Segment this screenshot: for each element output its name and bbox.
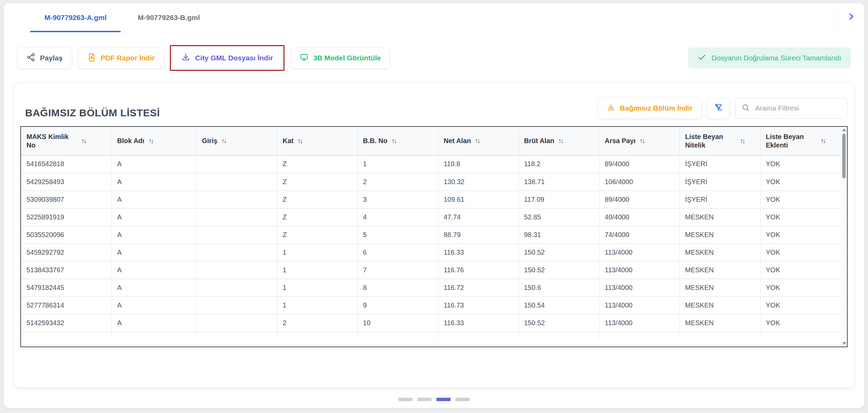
column-header[interactable]: Liste Beyan Eklenti↑↓ [760,127,848,155]
independent-section-panel: BAĞIMSIZ BÖLÜM LİSTESİ Bağımsız Bölüm İn… [14,83,854,388]
independent-section-table-wrap: MAKS Kimlik No↑↓Blok Adı↑↓Giriş↑↓Kat↑↓B.… [20,126,848,347]
table-vertical-scrollbar[interactable] [841,127,847,347]
table-cell [277,332,357,339]
search-icon [742,103,750,113]
table-cell: A [112,226,196,243]
table-cell [196,226,277,243]
table-cell: 116.76 [438,261,518,279]
pagination-bar[interactable] [398,398,413,401]
table-cell: 88.79 [438,226,518,243]
validation-status-badge: Dosyanın Doğrulama Süreci Tamamlandı [688,47,851,68]
table-cell: 150.52 [518,243,599,261]
table-row[interactable]: 5416542818AZ1110.8118.289/4000İŞYERİYOK [21,155,848,173]
table-cell: YOK [760,155,848,173]
chevron-right-icon [847,12,855,22]
table-cell: 1 [277,261,357,279]
pdf-report-download-button[interactable]: PDF Rapor İndir [78,47,164,68]
table-cell: A [112,191,196,208]
table-cell [196,279,277,296]
clear-filter-button[interactable] [707,98,730,119]
sort-icon[interactable]: ↑↓ [640,137,644,145]
table-cell: A [112,261,196,279]
table-cell: MESKEN [679,208,760,226]
column-header[interactable]: B.B. No↑↓ [357,127,438,155]
column-header[interactable]: Brüt Alan↑↓ [518,127,599,155]
column-header-label: Arsa Payı [605,137,636,145]
scrollbar-thumb[interactable] [842,134,846,178]
pagination-bar[interactable] [455,398,470,401]
table-row[interactable]: 5429258493AZ2130.32138.71106/4000İŞYERİY… [21,173,848,191]
table-cell: 116.33 [438,314,518,332]
table-cell: 113/4000 [599,243,679,261]
table-row[interactable]: 5225891919AZ447.7452.8540/4000MESKENYOK [21,208,848,226]
tab-label: M-90779263-B.gml [138,14,200,22]
table-cell: 113/4000 [599,279,679,296]
tabs-next-button[interactable] [837,3,864,32]
table-cell: 150.52 [518,314,599,332]
search-filter-box[interactable] [735,98,848,119]
view-3d-model-button[interactable]: 3B Model Görüntüle [291,47,390,68]
table-cell: A [112,296,196,314]
tab-bar: M-90779263-A.gml M-90779263-B.gml [4,3,864,32]
table-row[interactable]: 5277786314A19116.73150.54113/4000MESKENY… [21,296,848,314]
monitor-icon [300,53,309,63]
citygml-download-button[interactable]: City GML Dosyası İndir [172,47,282,68]
table-cell [599,332,679,339]
column-header[interactable]: Giriş↑↓ [196,127,277,155]
pagination-bar[interactable] [417,398,432,401]
sort-icon[interactable]: ↑↓ [149,137,153,145]
table-cell: 150.52 [518,261,599,279]
table-row[interactable]: 5142593432A210116.33150.52113/4000MESKEN… [21,314,848,332]
table-cell: 1 [277,243,357,261]
sort-icon[interactable]: ↑↓ [558,137,563,145]
table-cell: 5429258493 [21,173,112,191]
independent-section-download-button[interactable]: Bağımsız Bölüm İndir [598,98,702,119]
table-row[interactable]: 5138433767A17116.76150.52113/4000MESKENY… [21,261,848,279]
table-cell: 106/4000 [599,173,679,191]
sort-icon[interactable]: ↑↓ [740,137,745,145]
table-row[interactable]: 5459292792A16116.33150.52113/4000MESKENY… [21,243,848,261]
table-cell: Z [277,191,357,208]
scroll-down-icon[interactable] [842,342,846,345]
column-header[interactable]: Blok Adı↑↓ [112,127,196,155]
check-icon [697,53,706,63]
carousel-pagination [4,398,864,401]
table-row[interactable]: 5035520096AZ588.7998.3174/4000MESKENYOK [21,226,848,243]
sort-icon[interactable]: ↑↓ [392,137,396,145]
table-cell: 5479182445 [21,279,112,296]
pagination-bar[interactable] [436,398,451,401]
column-header-label: Brüt Alan [524,137,554,145]
tab-gml-a[interactable]: M-90779263-A.gml [29,3,122,32]
tab-gml-b[interactable]: M-90779263-B.gml [122,3,215,32]
sort-icon[interactable]: ↑↓ [221,137,226,145]
column-header[interactable]: Arsa Payı↑↓ [599,127,679,155]
tab-label: M-90779263-A.gml [44,14,106,22]
table-cell: 138.71 [518,173,599,191]
table-row[interactable]: 5479182445A18116.72150.6113/4000MESKENYO… [21,279,848,296]
table-cell: 6 [357,243,438,261]
column-header[interactable]: Kat↑↓ [277,127,357,155]
sort-icon[interactable]: ↑↓ [475,137,479,145]
column-header-label: Giriş [202,137,218,145]
table-row[interactable]: 5309039807AZ3109.61117.0989/4000İŞYERİYO… [21,191,848,208]
column-header-label: B.B. No [363,137,388,145]
table-cell: 118.2 [518,155,599,173]
table-cell: A [112,155,196,173]
download-icon [607,103,615,113]
table-cell: YOK [760,191,848,208]
share-button-label: Paylaş [40,54,63,62]
column-header[interactable]: MAKS Kimlik No↑↓ [21,127,112,155]
share-button[interactable]: Paylaş [17,47,72,68]
sort-icon[interactable]: ↑↓ [81,137,86,145]
table-cell: YOK [760,226,848,243]
table-cell [196,243,277,261]
sort-icon[interactable]: ↑↓ [821,137,825,145]
table-cell: 150.54 [518,296,599,314]
column-header[interactable]: Net Alan↑↓ [438,127,518,155]
sort-icon[interactable]: ↑↓ [298,137,302,145]
citygml-download-label: City GML Dosyası İndir [195,54,273,62]
column-header-label: Liste Beyan Eklenti [766,133,817,150]
column-header[interactable]: Liste Beyan Nitelik↑↓ [679,127,760,155]
scroll-up-icon[interactable] [842,129,846,131]
search-input[interactable] [754,104,841,113]
